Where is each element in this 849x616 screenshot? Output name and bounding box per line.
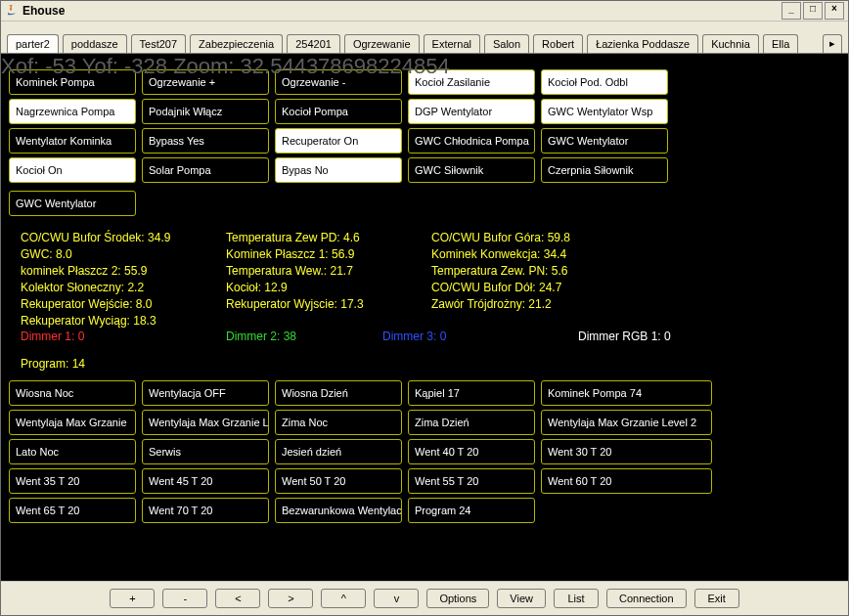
sensor-value: Temperatura Wew.: 21.7 [226, 263, 431, 280]
sensor-value: kominek Płaszcz 2: 55.9 [21, 263, 226, 280]
main-window: Ehouse _ □ × parter2 poddasze Test207 Za… [0, 0, 849, 616]
device-button[interactable]: Kocioł On [9, 157, 136, 183]
tab-kuchnia[interactable]: Kuchnia [702, 34, 759, 53]
program-button[interactable]: Zima Noc [275, 410, 402, 435]
device-button[interactable]: Ogrzewanie + [142, 69, 269, 95]
program-button[interactable]: Went 65 T 20 [9, 498, 136, 523]
sensor-value: Rekuperator Wejście: 8.0 [21, 296, 226, 313]
program-button[interactable]: Went 55 T 20 [408, 468, 535, 494]
program-button[interactable]: Wentylaja Max Grzanie L [142, 410, 269, 435]
device-button[interactable]: GWC Siłownik [408, 157, 535, 183]
maximize-button[interactable]: □ [803, 2, 823, 20]
nav-down-button[interactable]: v [374, 589, 419, 608]
device-button[interactable]: Bypas No [275, 157, 402, 183]
list-button[interactable]: List [554, 589, 599, 608]
connection-button[interactable]: Connection [606, 589, 687, 608]
tab-test207[interactable]: Test207 [131, 34, 187, 53]
device-button[interactable]: GWC Wentylator [9, 191, 136, 216]
close-button[interactable]: × [825, 2, 844, 20]
tab-poddasze[interactable]: poddasze [63, 34, 127, 53]
program-button[interactable]: Kąpiel 17 [408, 380, 535, 406]
tab-254201[interactable]: 254201 [287, 34, 340, 53]
device-button[interactable]: Bypass Yes [142, 128, 269, 154]
device-button[interactable]: Ogrzewanie - [275, 69, 402, 95]
sensor-value: Kominek Płaszcz 1: 56.9 [226, 246, 431, 263]
dimmer-row: Dimmer 1: 0 Dimmer 2: 38 Dimmer 3: 0 Dim… [9, 330, 840, 343]
sensor-value: GWC: 8.0 [21, 246, 226, 263]
client-area: Xof: -53 Yof: -328 Zoom: 32.544378698224… [1, 54, 848, 581]
exit-button[interactable]: Exit [694, 589, 739, 608]
sensor-value: Kominek Konwekcja: 34.4 [431, 246, 637, 263]
program-button[interactable]: Wentylaja Max Grzanie Level 2 [541, 410, 712, 435]
program-grid: Wiosna Noc Wentylacja OFF Wiosna Dzień K… [9, 380, 840, 523]
java-icon [5, 4, 19, 18]
view-button[interactable]: View [497, 589, 546, 608]
sensor-value: Kocioł: 12.9 [226, 280, 431, 296]
sensor-value: Rekuperator Wyjscie: 17.3 [226, 296, 431, 313]
program-button[interactable]: Jesień dzień [275, 439, 402, 464]
zoom-in-button[interactable]: + [110, 589, 155, 608]
tab-bar: parter2 poddasze Test207 Zabezpieczenia … [1, 22, 848, 54]
program-button[interactable]: Went 45 T 20 [142, 468, 269, 494]
nav-right-button[interactable]: > [268, 589, 313, 608]
sensor-value: Kolektor Słoneczny: 2.2 [21, 280, 226, 296]
device-button[interactable]: Wentylator Kominka [9, 128, 136, 154]
device-button[interactable]: GWC Chłodnica Pompa [408, 128, 535, 154]
device-button[interactable]: Czerpnia Siłownik [541, 157, 668, 183]
program-button[interactable]: Zima Dzień [408, 410, 535, 435]
sensor-value: Temperatura Zew. PN: 5.6 [431, 263, 637, 280]
sensor-value: Temperatura Zew PD: 4.6 [226, 230, 431, 246]
nav-up-button[interactable]: ^ [321, 589, 366, 608]
tab-ogrzewanie[interactable]: Ogrzewanie [344, 34, 420, 53]
zoom-out-button[interactable]: - [162, 589, 207, 608]
device-button[interactable]: Podajnik Włącz [142, 99, 269, 124]
program-button[interactable]: Went 30 T 20 [541, 439, 712, 464]
tab-parter2[interactable]: parter2 [7, 34, 59, 53]
program-button[interactable]: Wentylaja Max Grzanie [9, 410, 136, 435]
program-button[interactable]: Wiosna Dzień [275, 380, 402, 406]
sensor-block: CO/CWU Bufor Środek: 34.9 GWC: 8.0 komin… [9, 230, 840, 330]
device-button[interactable]: DGP Wentylator [408, 99, 535, 124]
sensor-value: CO/CWU Bufor Góra: 59.8 [431, 230, 637, 246]
tab-lazienka[interactable]: Łazienka Poddasze [587, 34, 698, 53]
device-button[interactable]: Recuperator On [275, 128, 402, 154]
tab-ella[interactable]: Ella [763, 34, 798, 53]
tab-robert[interactable]: Robert [533, 34, 583, 53]
program-button[interactable]: Bezwarunkowa Wentylacja [275, 498, 402, 523]
minimize-button[interactable]: _ [782, 2, 801, 20]
device-grid: Kominek Pompa Ogrzewanie + Ogrzewanie - … [9, 69, 840, 216]
tab-salon[interactable]: Salon [484, 34, 529, 53]
program-button[interactable]: Went 40 T 20 [408, 439, 535, 464]
sensor-value: CO/CWU Bufor Dół: 24.7 [431, 280, 637, 296]
bottom-toolbar: + - < > ^ v Options View List Connection… [1, 581, 848, 615]
device-button[interactable]: Kocioł Pod. Odbl [541, 69, 668, 95]
program-button[interactable]: Serwis [142, 439, 269, 464]
program-button[interactable]: Went 60 T 20 [541, 468, 712, 494]
tab-external[interactable]: External [424, 34, 480, 53]
program-button[interactable]: Kominek Pompa 74 [541, 380, 712, 406]
program-button[interactable]: Program 24 [408, 498, 535, 523]
tab-zabezpieczenia[interactable]: Zabezpieczenia [190, 34, 283, 53]
sensor-value: Rekuperator Wyciąg: 18.3 [21, 313, 226, 330]
device-button[interactable]: Kocioł Pompa [275, 99, 402, 124]
device-button[interactable]: Nagrzewnica Pompa [9, 99, 136, 124]
window-title: Ehouse [22, 4, 65, 18]
dimmer-rgb: Dimmer RGB 1: 0 [578, 330, 671, 343]
device-button[interactable]: Kocioł Zasilanie [408, 69, 535, 95]
dimmer-1: Dimmer 1: 0 [21, 330, 226, 343]
program-button[interactable]: Went 70 T 20 [142, 498, 269, 523]
dimmer-3: Dimmer 3: 0 [382, 330, 578, 343]
options-button[interactable]: Options [426, 589, 489, 608]
tab-scroll-right[interactable]: ▸ [823, 34, 842, 53]
program-button[interactable]: Wentylacja OFF [142, 380, 269, 406]
program-button[interactable]: Went 35 T 20 [9, 468, 136, 494]
device-button[interactable]: GWC Wentylator Wsp [541, 99, 668, 124]
device-button[interactable]: GWC Wentylator [541, 128, 668, 154]
device-button[interactable]: Solar Pompa [142, 157, 269, 183]
program-button[interactable]: Lato Noc [9, 439, 136, 464]
nav-left-button[interactable]: < [215, 589, 260, 608]
device-button[interactable]: Kominek Pompa [9, 69, 136, 95]
program-button[interactable]: Wiosna Noc [9, 380, 136, 406]
dimmer-2: Dimmer 2: 38 [226, 330, 382, 343]
program-button[interactable]: Went 50 T 20 [275, 468, 402, 494]
